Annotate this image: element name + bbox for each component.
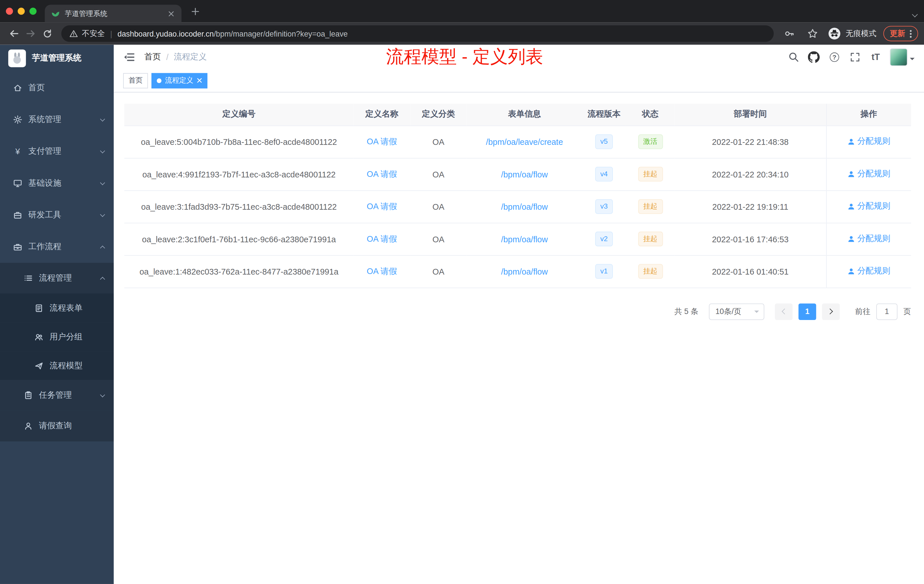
sidebar-item-process-form[interactable]: 流程表单: [0, 294, 114, 322]
font-size-icon[interactable]: tT: [869, 50, 882, 63]
page-number-button[interactable]: 1: [799, 303, 816, 320]
sidebar-item-dev-tools[interactable]: 研发工具: [0, 199, 114, 231]
status-badge: 挂起: [638, 199, 663, 214]
pagination-total: 共 5 条: [675, 306, 698, 317]
definition-name-link[interactable]: OA 请假: [367, 169, 397, 178]
assign-rule-link[interactable]: 分配规则: [847, 233, 890, 244]
goto-page-input[interactable]: [876, 303, 898, 320]
sidebar-item-system[interactable]: 系统管理: [0, 104, 114, 135]
tag-process-definition[interactable]: 流程定义: [152, 73, 208, 88]
incognito-badge: 无痕模式: [828, 27, 876, 40]
cell-category: OA: [410, 158, 467, 190]
breadcrumb-separator: /: [166, 52, 168, 62]
sidebar-item-process-model[interactable]: 流程模型: [0, 351, 114, 380]
url-bar[interactable]: 不安全 | dashboard.yudao.iocoder.cn/bpm/man…: [61, 25, 774, 42]
sidebar: 芋道管理系统 首页 系统管理 ¥ 支付管理 基础设施: [0, 45, 114, 584]
url-divider: |: [110, 29, 112, 38]
assign-rule-link[interactable]: 分配规则: [847, 168, 890, 179]
main-panel: 定义编号 定义名称 定义分类 表单信息 流程版本 状态 部署时间 操作 oa_l: [114, 92, 924, 584]
form-link[interactable]: /bpm/oa/flow: [501, 267, 548, 276]
home-icon: [13, 83, 22, 92]
search-icon[interactable]: [787, 50, 799, 63]
users-icon: [34, 332, 44, 341]
new-tab-button[interactable]: [187, 3, 203, 19]
user-icon: [24, 421, 33, 431]
cell-status: 挂起: [626, 223, 675, 255]
breadcrumb-home[interactable]: 首页: [144, 51, 161, 62]
sidebar-item-home[interactable]: 首页: [0, 72, 114, 104]
table-row: oa_leave:2:3c1f0ef1-76b1-11ec-9c66-a2380…: [124, 223, 911, 255]
browser-tab-strip: 芋道管理系统: [0, 0, 924, 22]
definition-name-link[interactable]: OA 请假: [367, 201, 397, 211]
assign-rule-link[interactable]: 分配规则: [847, 136, 890, 147]
sidebar-collapse-icon[interactable]: [123, 51, 135, 63]
sidebar-item-workflow[interactable]: 工作流程: [0, 231, 114, 263]
forward-button[interactable]: [22, 25, 39, 42]
fullscreen-icon[interactable]: [848, 50, 861, 63]
cell-definition-name: OA 请假: [354, 255, 410, 287]
form-link[interactable]: /bpm/oa/flow: [501, 202, 548, 211]
close-window-button[interactable]: [6, 8, 13, 15]
update-label: 更新: [890, 28, 905, 39]
cell-version: v4: [582, 158, 626, 190]
tab-title: 芋道管理系统: [65, 8, 166, 18]
sidebar-item-user-group[interactable]: 用户分组: [0, 322, 114, 351]
sidebar-item-payment[interactable]: ¥ 支付管理: [0, 135, 114, 167]
definition-name-link[interactable]: OA 请假: [367, 234, 397, 243]
reload-button[interactable]: [39, 25, 55, 42]
update-button[interactable]: 更新: [883, 26, 918, 41]
form-link[interactable]: /bpm/oa/flow: [501, 234, 548, 244]
cell-action: 分配规则: [826, 190, 911, 223]
tab-close-icon[interactable]: [166, 9, 176, 18]
sidebar-item-leave-query[interactable]: 请假查询: [0, 411, 114, 441]
password-key-icon[interactable]: [781, 25, 797, 42]
definition-name-link[interactable]: OA 请假: [367, 266, 397, 276]
prev-page-button[interactable]: [775, 303, 792, 320]
sidebar-item-task-management[interactable]: 任务管理: [0, 380, 114, 411]
cell-form-info: /bpm/oa/flow: [467, 255, 582, 287]
user-avatar[interactable]: [890, 48, 914, 66]
person-icon: [847, 138, 855, 145]
back-button[interactable]: [6, 25, 23, 42]
sidebar-item-infrastructure[interactable]: 基础设施: [0, 167, 114, 199]
zoom-window-button[interactable]: [30, 8, 36, 15]
cell-definition-id: oa_leave:5:004b710b-7b8a-11ec-8ef0-acde4…: [124, 125, 353, 158]
table-row: oa_leave:5:004b710b-7b8a-11ec-8ef0-acde4…: [124, 125, 911, 158]
cell-definition-name: OA 请假: [354, 158, 410, 190]
cell-category: OA: [410, 190, 467, 223]
briefcase-icon: [13, 242, 22, 252]
form-icon: [34, 303, 44, 313]
tag-home[interactable]: 首页: [123, 73, 148, 88]
breadcrumb-current: 流程定义: [174, 51, 207, 62]
col-form-info: 表单信息: [467, 104, 582, 125]
github-icon[interactable]: [807, 50, 820, 63]
form-link[interactable]: /bpm/oa/leave/create: [486, 137, 563, 147]
send-icon: [34, 361, 44, 370]
browser-menu-icon: [910, 30, 912, 38]
cell-version: v5: [582, 125, 626, 158]
help-icon[interactable]: ?: [828, 50, 841, 63]
sidebar-item-process-management[interactable]: 流程管理: [0, 263, 114, 294]
tab-search-button[interactable]: [913, 8, 917, 19]
monitor-icon: [13, 178, 22, 188]
next-page-button[interactable]: [822, 303, 840, 320]
assign-rule-link[interactable]: 分配规则: [847, 201, 890, 212]
cell-definition-name: OA 请假: [354, 190, 410, 223]
chevron-down-icon: [100, 212, 105, 217]
browser-window: 芋道管理系统 不安全 | dashboard.yudao.iocoder.cn/…: [0, 0, 924, 584]
security-warning-icon: [69, 30, 78, 38]
tag-close-icon[interactable]: [197, 78, 202, 83]
browser-tab[interactable]: 芋道管理系统: [45, 5, 182, 23]
yen-icon: ¥: [13, 147, 22, 156]
col-category: 定义分类: [410, 104, 467, 125]
minimize-window-button[interactable]: [18, 8, 25, 15]
form-link[interactable]: /bpm/oa/flow: [501, 170, 548, 179]
bookmark-star-icon[interactable]: [804, 25, 821, 42]
cell-category: OA: [410, 125, 467, 158]
assign-rule-link[interactable]: 分配规则: [847, 266, 890, 277]
cell-status: 挂起: [626, 158, 675, 190]
security-label[interactable]: 不安全: [82, 28, 105, 39]
cell-deploy-time: 2022-01-16 17:46:53: [675, 223, 826, 255]
page-size-select[interactable]: 10条/页: [709, 303, 764, 320]
definition-name-link[interactable]: OA 请假: [367, 136, 397, 146]
